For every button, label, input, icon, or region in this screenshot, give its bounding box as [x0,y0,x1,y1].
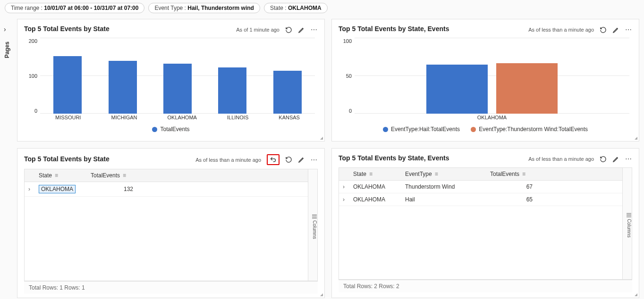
filter-label: State : [270,5,287,11]
filter-event-type[interactable]: Event Type : Hail, Thunderstorm wind [148,3,260,13]
filter-label: Event Type : [154,5,186,11]
filter-label: Time range : [11,5,42,11]
filter-state[interactable]: State : OKLAHOMA [264,3,328,13]
filter-value: OKLAHOMA [288,5,322,11]
filter-value: Hail, Thunderstorm wind [187,5,254,11]
filter-time-range[interactable]: Time range : 10/01/07 at 06:00 - 10/31/0… [5,3,144,13]
filter-bar: Time range : 10/01/07 at 06:00 - 10/31/0… [0,0,644,16]
filter-value: 10/01/07 at 06:00 - 10/31/07 at 07:00 [44,5,138,11]
